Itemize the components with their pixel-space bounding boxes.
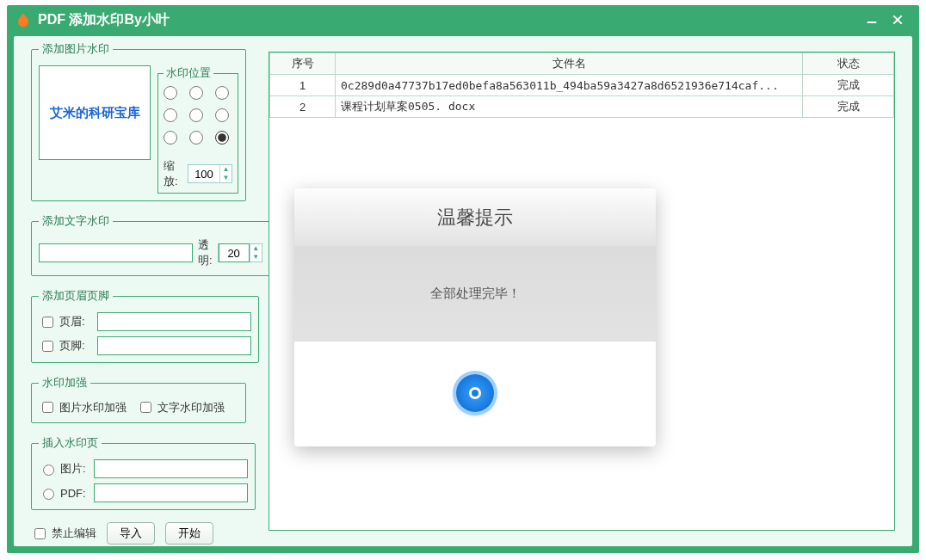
group-position-legend: 水印位置 [164,65,213,81]
position-radio-1[interactable] [189,86,203,100]
client-area: 添加图片水印 艾米的科研宝库 水印位置 [14,36,912,546]
table-row[interactable]: 2 课程计划草案0505. docx 完成 [270,96,894,118]
header-input[interactable] [97,312,251,331]
insert-pdf-text: PDF: [60,487,86,500]
insert-pdf-radio[interactable] [43,489,54,500]
lock-edit-text: 禁止编辑 [52,526,96,541]
insert-image-input[interactable] [94,459,248,478]
group-header-footer: 添加页眉页脚 页眉: 页脚: [31,288,259,363]
group-enhance-legend: 水印加强 [39,375,90,391]
start-button[interactable]: 开始 [165,522,213,545]
position-radio-3[interactable] [164,108,177,122]
text-enhance-checkbox[interactable] [140,402,151,413]
lock-edit-label[interactable]: 禁止编辑 [31,526,96,542]
insert-pdf-input[interactable] [94,483,248,502]
position-radio-6[interactable] [164,131,177,145]
img-enhance-label[interactable]: 图片水印加强 [39,399,127,415]
lock-edit-checkbox[interactable] [34,528,46,539]
position-grid [164,84,232,151]
position-radio-4[interactable] [189,108,203,122]
zoom-label: 缩放: [164,158,184,189]
zoom-spinner[interactable]: ▲ ▼ [188,164,232,183]
text-enhance-label[interactable]: 文字水印加强 [137,399,225,415]
img-enhance-checkbox[interactable] [42,402,53,413]
position-radio-7[interactable] [189,131,203,145]
position-radio-2[interactable] [215,86,229,100]
header-label-text: 页眉: [59,314,85,329]
group-position: 水印位置 缩放: [157,65,238,194]
svg-rect-0 [867,22,877,23]
position-radio-8[interactable] [215,131,229,145]
position-radio-5[interactable] [215,108,229,122]
footer-checkbox-label[interactable]: 页脚: [39,338,92,354]
position-radio-0[interactable] [164,86,177,100]
cell-status: 完成 [803,96,894,118]
insert-image-label[interactable]: 图片: [39,461,89,477]
zoom-input[interactable] [188,165,219,182]
group-text-watermark: 添加文字水印 透明: ▲ ▼ [31,213,270,276]
dialog-footer [294,342,656,445]
cell-index: 2 [270,96,336,118]
table-row[interactable]: 1 0c289d0a47737b17ed0befa8a563011b_494ba… [270,75,894,96]
group-insert-page-legend: 插入水印页 [39,435,102,451]
titlebar: PDF 添加水印By小叶 [7,5,919,34]
group-image-watermark-legend: 添加图片水印 [39,41,113,57]
img-enhance-text: 图片水印加强 [59,400,127,415]
cell-name: 0c289d0a47737b17ed0befa8a563011b_494ba59… [336,75,803,96]
cell-name: 课程计划草案0505. docx [336,96,803,118]
table-header-row: 序号 文件名 状态 [270,53,894,75]
watermark-preview[interactable]: 艾米的科研宝库 [39,65,151,160]
group-header-footer-legend: 添加页眉页脚 [39,288,113,304]
text-watermark-input[interactable] [39,243,193,262]
header-checkbox[interactable] [42,317,53,328]
cell-status: 完成 [803,75,894,96]
cell-index: 1 [270,75,336,96]
text-enhance-text: 文字水印加强 [157,400,225,415]
files-table: 序号 文件名 状态 1 0c289d0a47737b17ed0befa8a563… [269,52,894,118]
insert-image-text: 图片: [60,461,86,477]
col-name-header: 文件名 [336,53,803,75]
col-index-header: 序号 [270,53,336,75]
group-text-watermark-legend: 添加文字水印 [39,213,113,229]
footer-checkbox[interactable] [42,341,53,352]
dialog-ok-button[interactable] [456,374,494,412]
dialog-title: 温馨提示 [294,188,656,247]
opacity-label: 透明: [198,237,213,268]
opacity-input[interactable] [219,243,250,262]
opacity-up-icon[interactable]: ▲ [250,244,262,253]
insert-pdf-label[interactable]: PDF: [39,486,89,500]
left-panel: 添加图片水印 艾米的科研宝库 水印位置 [31,41,246,545]
dialog-message: 全部处理完毕！ [294,247,656,342]
app-icon [15,12,31,28]
minimize-button[interactable] [859,8,885,32]
footer-label-text: 页脚: [59,338,85,354]
group-image-watermark: 添加图片水印 艾米的科研宝库 水印位置 [31,41,246,201]
footer-input[interactable] [97,336,251,355]
group-enhance: 水印加强 图片水印加强 文字水印加强 [31,375,246,423]
import-button[interactable]: 导入 [107,522,155,545]
opacity-spinner[interactable]: ▲ ▼ [218,243,262,262]
app-title: PDF 添加水印By小叶 [38,11,170,29]
opacity-down-icon[interactable]: ▼ [250,253,262,262]
col-status-header: 状态 [803,53,894,75]
group-insert-page: 插入水印页 图片: PDF: [31,435,256,510]
bottom-actions: 禁止编辑 导入 开始 [31,522,246,545]
zoom-down-icon[interactable]: ▼ [220,174,232,182]
zoom-up-icon[interactable]: ▲ [220,165,232,174]
app-window: PDF 添加水印By小叶 添加图片水印 艾米的科研宝库 水印位置 [7,5,919,553]
insert-image-radio[interactable] [43,465,54,476]
message-dialog: 温馨提示 全部处理完毕！ [294,188,656,446]
header-checkbox-label[interactable]: 页眉: [39,314,92,330]
close-button[interactable] [885,8,911,32]
